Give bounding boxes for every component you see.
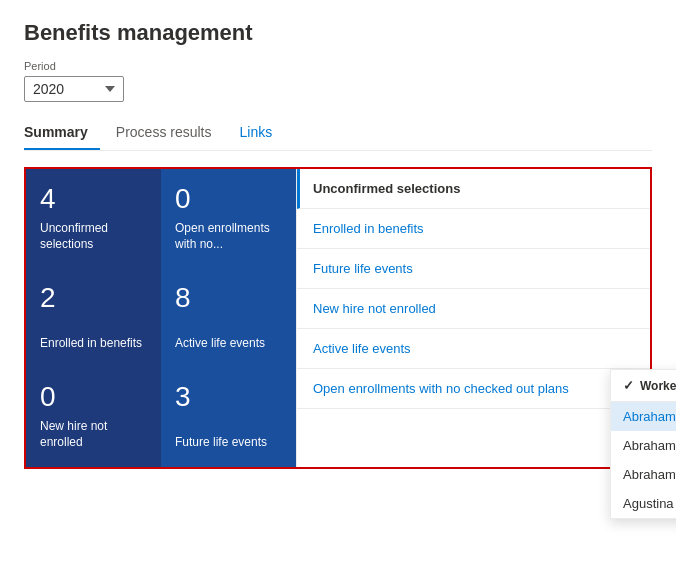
- list-item-enrolled-in-benefits[interactable]: Enrolled in benefits: [297, 209, 650, 249]
- tile-label-2: Enrolled in benefits: [40, 336, 147, 352]
- period-label: Period: [24, 60, 652, 72]
- tab-summary[interactable]: Summary: [24, 116, 100, 150]
- dropdown-header: ✓ Worker: [611, 370, 676, 402]
- tile-label-5: Future life events: [175, 435, 282, 451]
- tile-number-5: 3: [175, 383, 282, 411]
- dropdown-item-0[interactable]: Abraham Apodaca: [611, 402, 676, 431]
- page-title: Benefits management: [24, 20, 652, 46]
- main-content: 4 Unconfirmed selections 0 Open enrollme…: [24, 167, 652, 469]
- list-item-active-life-events[interactable]: Active life events: [297, 329, 650, 369]
- tab-process-results[interactable]: Process results: [116, 116, 224, 150]
- worker-dropdown[interactable]: ✓ Worker Abraham Apodaca Abraham Apodaca…: [610, 369, 676, 519]
- period-dropdown[interactable]: 2020: [24, 76, 124, 102]
- tile-new-hire-not-enrolled[interactable]: 0 New hire not enrolled: [26, 367, 161, 466]
- tile-number-1: 0: [175, 185, 282, 213]
- tile-number-4: 0: [40, 383, 147, 411]
- tile-label-0: Unconfirmed selections: [40, 221, 147, 252]
- page-container: Benefits management Period 2020 Summary …: [0, 0, 676, 574]
- dropdown-item-3[interactable]: Agustina Fierro: [611, 489, 676, 518]
- tile-open-enrollments[interactable]: 0 Open enrollments with no...: [161, 169, 296, 268]
- list-item-unconfirmed-selections[interactable]: Unconfirmed selections: [297, 169, 650, 209]
- dropdown-item-1[interactable]: Abraham Apodaca: [611, 431, 676, 460]
- list-item-open-enrollments-no-plans[interactable]: Open enrollments with no checked out pla…: [297, 369, 650, 409]
- tabs-bar: Summary Process results Links: [24, 116, 652, 151]
- checkmark-icon: ✓: [623, 378, 634, 393]
- list-panel: Unconfirmed selections Enrolled in benef…: [296, 169, 650, 467]
- tile-number-2: 2: [40, 284, 147, 312]
- tile-label-3: Active life events: [175, 336, 282, 352]
- tile-enrolled-in-benefits[interactable]: 2 Enrolled in benefits: [26, 268, 161, 367]
- tile-number-0: 4: [40, 185, 147, 213]
- tiles-grid: 4 Unconfirmed selections 0 Open enrollme…: [26, 169, 296, 467]
- list-item-new-hire-not-enrolled[interactable]: New hire not enrolled: [297, 289, 650, 329]
- tab-links[interactable]: Links: [240, 116, 285, 150]
- tile-unconfirmed-selections[interactable]: 4 Unconfirmed selections: [26, 169, 161, 268]
- tile-number-3: 8: [175, 284, 282, 312]
- period-value: 2020: [33, 81, 64, 97]
- chevron-down-icon: [105, 86, 115, 92]
- tile-active-life-events[interactable]: 8 Active life events: [161, 268, 296, 367]
- list-item-future-life-events[interactable]: Future life events: [297, 249, 650, 289]
- tile-label-1: Open enrollments with no...: [175, 221, 282, 252]
- tile-label-4: New hire not enrolled: [40, 419, 147, 450]
- tile-future-life-events[interactable]: 3 Future life events: [161, 367, 296, 466]
- dropdown-header-label: Worker: [640, 379, 676, 393]
- dropdown-item-2[interactable]: Abraham Apodaca: [611, 460, 676, 489]
